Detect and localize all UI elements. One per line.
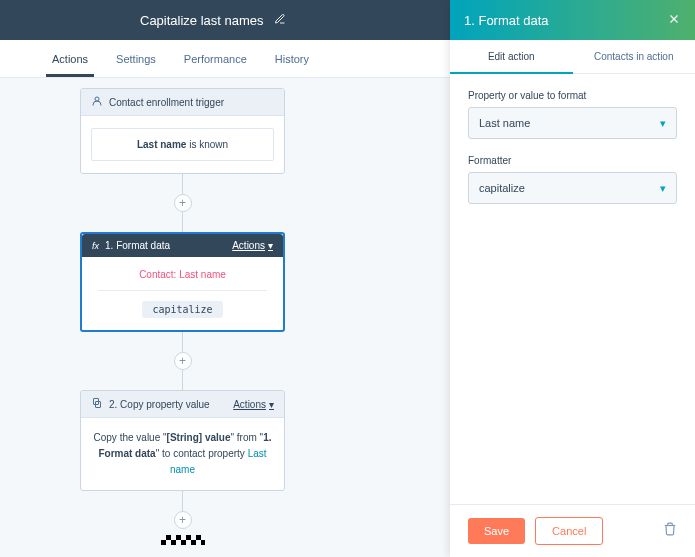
function-icon: fx <box>92 241 99 251</box>
desc-middle: " from " <box>230 432 263 443</box>
trigger-card[interactable]: Contact enrollment trigger Last name is … <box>80 88 285 174</box>
property-select[interactable]: Last name ▾ <box>468 107 677 139</box>
add-step-button[interactable]: + <box>174 352 192 370</box>
format-data-header: fx 1. Format data Actions ▾ <box>82 234 283 257</box>
panel-title: 1. Format data <box>464 13 549 28</box>
tab-actions[interactable]: Actions <box>38 40 102 77</box>
panel-tab-contacts-in-action[interactable]: Contacts in action <box>573 40 696 73</box>
copy-icon <box>91 397 103 411</box>
connector <box>182 370 183 390</box>
format-data-actions-menu[interactable]: Actions ▾ <box>232 240 273 251</box>
connector <box>182 174 183 194</box>
cancel-button[interactable]: Cancel <box>535 517 603 545</box>
contact-property-token: Contact: Last name <box>92 269 273 280</box>
format-data-card[interactable]: fx 1. Format data Actions ▾ Contact: Las… <box>80 232 285 332</box>
copy-property-header: 2. Copy property value Actions ▾ <box>81 391 284 418</box>
trigger-header-text: Contact enrollment trigger <box>109 97 224 108</box>
trigger-property: Last name <box>137 139 186 150</box>
tab-settings[interactable]: Settings <box>102 40 170 77</box>
actions-label: Actions <box>232 240 265 251</box>
desc-suffix: " to contact property <box>156 448 248 459</box>
save-button[interactable]: Save <box>468 518 525 544</box>
property-field-label: Property or value to format <box>468 90 677 101</box>
desc-prefix: Copy the value " <box>94 432 167 443</box>
connector <box>182 332 183 352</box>
formatter-field-label: Formatter <box>468 155 677 166</box>
caret-down-icon: ▾ <box>269 399 274 410</box>
formatter-select[interactable]: capitalize ▾ <box>468 172 677 204</box>
formatter-select-value: capitalize <box>479 182 525 194</box>
trigger-card-body: Last name is known <box>81 116 284 173</box>
copy-property-body: Copy the value "[String] value" from "1.… <box>81 418 284 490</box>
copy-property-actions-menu[interactable]: Actions ▾ <box>233 399 274 410</box>
copy-property-description: Copy the value "[String] value" from "1.… <box>91 430 274 478</box>
property-select-value: Last name <box>479 117 530 129</box>
svg-point-0 <box>95 97 99 101</box>
workflow-end-marker <box>161 535 205 545</box>
panel-header: 1. Format data <box>450 0 695 40</box>
trigger-condition-text: is known <box>189 139 228 150</box>
trigger-condition: Last name is known <box>91 128 274 161</box>
tab-performance[interactable]: Performance <box>170 40 261 77</box>
caret-down-icon: ▾ <box>268 240 273 251</box>
panel-footer: Save Cancel <box>450 504 695 557</box>
format-data-body: Contact: Last name capitalize <box>82 257 283 330</box>
actions-label: Actions <box>233 399 266 410</box>
contact-icon <box>91 95 103 109</box>
format-data-title: 1. Format data <box>105 240 170 251</box>
copy-property-card[interactable]: 2. Copy property value Actions ▾ Copy th… <box>80 390 285 491</box>
workflow-flow: Contact enrollment trigger Last name is … <box>80 88 285 545</box>
panel-tab-edit-action[interactable]: Edit action <box>450 40 573 73</box>
desc-value-token: [String] value <box>167 432 231 443</box>
close-icon[interactable] <box>667 12 681 29</box>
caret-down-icon: ▾ <box>660 182 666 195</box>
connector <box>182 212 183 232</box>
caret-down-icon: ▾ <box>660 117 666 130</box>
trigger-card-header: Contact enrollment trigger <box>81 89 284 116</box>
add-step-button[interactable]: + <box>174 194 192 212</box>
edit-title-icon[interactable] <box>274 13 286 28</box>
copy-property-title: 2. Copy property value <box>109 399 210 410</box>
separator <box>98 290 267 291</box>
workflow-title: Capitalize last names <box>140 13 264 28</box>
panel-body: Property or value to format Last name ▾ … <box>450 74 695 504</box>
formatter-pill: capitalize <box>142 301 222 318</box>
delete-icon[interactable] <box>663 522 677 540</box>
panel-tabs: Edit action Contacts in action <box>450 40 695 74</box>
tab-history[interactable]: History <box>261 40 323 77</box>
add-step-button[interactable]: + <box>174 511 192 529</box>
connector <box>182 491 183 511</box>
action-detail-panel: 1. Format data Edit action Contacts in a… <box>450 0 695 557</box>
